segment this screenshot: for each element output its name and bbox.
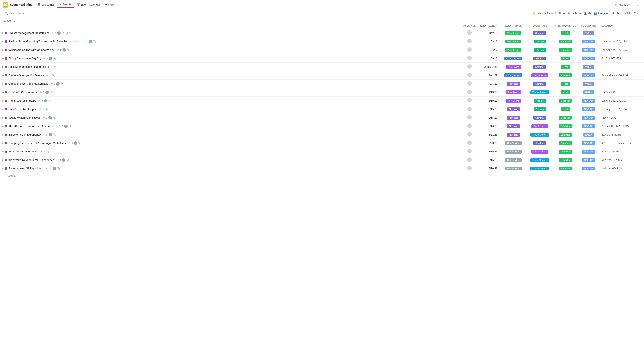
geography-cell[interactable]: NORAM (578, 71, 599, 80)
attendance-cell[interactable]: Exhibitor (552, 147, 578, 156)
table-row[interactable]: ▶ Remote Startups Conference 👁1📎 Dec 29D… (0, 71, 644, 80)
table-row[interactable]: ▶ Integration Masterminds 👁9📎 3/15/23Not… (0, 147, 644, 156)
event-type-cell[interactable]: Seminar (527, 63, 552, 71)
col-assignee[interactable]: ASSIGNEE (461, 23, 478, 29)
expand-button[interactable]: ▶ (2, 150, 4, 153)
event-type-cell[interactable]: Conference (527, 71, 552, 80)
table-row[interactable]: ▶ Basic Affiliate Marketing Techniques f… (0, 37, 644, 46)
assignee-cell[interactable] (461, 122, 478, 131)
geography-cell[interactable]: NORAM (578, 122, 599, 131)
phase-cell[interactable]: Not Started (500, 147, 527, 156)
event-type-cell[interactable]: Seminar (527, 80, 552, 88)
phase-cell[interactable]: During Event (500, 71, 527, 80)
geography-cell[interactable]: NORAM (578, 147, 599, 156)
event-type-cell[interactable]: Trade Show... (527, 88, 552, 97)
phase-cell[interactable]: Planning (500, 80, 527, 88)
expand-button[interactable]: ▶ (2, 125, 4, 127)
phase-cell[interactable]: Not Started (500, 164, 527, 173)
assignee-cell[interactable] (461, 156, 478, 164)
table-row[interactable]: ▶ Barcelona VIP Experience 👁9📎 2/21/23Pl… (0, 131, 644, 139)
geography-cell[interactable]: Virtual (578, 80, 599, 88)
event-type-cell[interactable]: Pop-up (527, 37, 552, 46)
event-type-cell[interactable]: Seminar (527, 54, 552, 63)
attendance-cell[interactable]: Host (552, 63, 578, 71)
geography-cell[interactable]: NORAM (578, 164, 599, 173)
assignee-cell[interactable] (461, 147, 478, 156)
event-type-cell[interactable]: Seminar (527, 139, 552, 147)
attendance-cell[interactable]: Sponsor (552, 46, 578, 54)
attendance-cell[interactable]: Sponsor (552, 37, 578, 46)
assignee-cell[interactable] (461, 97, 478, 105)
expand-button[interactable]: ▶ (2, 83, 4, 85)
share-button[interactable]: ⤢ (635, 2, 642, 7)
expand-button[interactable]: ▶ (2, 74, 4, 76)
assignee-cell[interactable] (461, 139, 478, 147)
expand-button[interactable]: ▶ (2, 32, 4, 34)
assignee-cell[interactable] (461, 46, 478, 54)
attendance-cell[interactable]: Exhibitor (552, 131, 578, 139)
expand-button[interactable]: ▶ (2, 66, 4, 68)
phase-cell[interactable]: Pre-Event (500, 97, 527, 105)
me-button[interactable]: 👤 Me (584, 12, 592, 15)
assignee-cell[interactable] (461, 71, 478, 80)
assignee-cell[interactable] (461, 164, 478, 173)
expand-button[interactable]: ▶ (2, 117, 4, 119)
filter-button[interactable]: ⚡ Filter (533, 12, 542, 15)
assignee-cell[interactable] (461, 54, 478, 63)
tab-event-calendar[interactable]: 📅 Event Calendar (74, 2, 102, 7)
event-type-cell[interactable]: Trade Show... (527, 131, 552, 139)
phase-cell[interactable]: Planning (500, 105, 527, 114)
geography-cell[interactable]: NORAM (578, 114, 599, 122)
col-event-phase[interactable]: EVENT PHASE (500, 23, 527, 29)
table-row[interactable]: ▶ Whale Watching in Hawaii 👁9📎 2/15/23Pl… (0, 114, 644, 122)
expand-button[interactable]: ▶ (2, 159, 4, 161)
col-event-date[interactable]: EVENT DATE ● (478, 23, 500, 29)
table-row[interactable]: ▶ Agile Methodologies Masterclass 👁9 3 d… (0, 63, 644, 71)
attendance-cell[interactable]: Sponsor (552, 114, 578, 122)
assignee-cell[interactable] (461, 114, 478, 122)
phase-cell[interactable]: Post-Event (500, 29, 527, 37)
tab-events[interactable]: ✦ Events (57, 1, 74, 8)
expand-button[interactable]: ▶ (2, 133, 4, 136)
table-row[interactable]: ▶ The Ultimate eCommerce Masterminds 👁8📎… (0, 122, 644, 131)
table-row[interactable]: ▶ Wholesale Selling with Company XYZ 👁2📎… (0, 46, 644, 54)
tab-add-view[interactable]: + View (103, 2, 116, 7)
assignee-cell[interactable] (461, 80, 478, 88)
geography-cell[interactable]: EMEA (578, 131, 599, 139)
event-type-cell[interactable]: Seminar (527, 114, 552, 122)
col-geography[interactable]: GEOGRAPHY (578, 23, 599, 29)
attendance-cell[interactable]: Host (552, 29, 578, 37)
expand-button[interactable]: ▶ (2, 91, 4, 93)
col-event-type[interactable]: EVENT TYPE (527, 23, 552, 29)
assignee-cell[interactable] (461, 63, 478, 71)
assignees-button[interactable]: 👥 Assignees (594, 12, 610, 15)
geography-cell[interactable]: NORAM (578, 54, 599, 63)
tab-welcome[interactable]: 👤 Welcome! (35, 2, 56, 7)
col-location[interactable]: LOCATION (599, 23, 638, 29)
attendance-cell[interactable]: Host (552, 54, 578, 63)
geography-cell[interactable]: Virtual (578, 29, 599, 37)
event-type-cell[interactable]: Pop-up (527, 105, 552, 114)
expand-button[interactable]: ▶ (2, 108, 4, 110)
assignee-cell[interactable] (461, 29, 478, 37)
col-add[interactable]: ＋ (638, 23, 644, 29)
attendance-cell[interactable]: Host (552, 88, 578, 97)
table-row[interactable]: ▶ Build Your Own Empire 👁9📎 2/15/23Plann… (0, 105, 644, 114)
hide-closed-button[interactable]: ✓ HIDE CLO... (624, 12, 642, 15)
event-type-cell[interactable]: Seminar (527, 29, 552, 37)
attendance-cell[interactable]: Exhibitor (552, 156, 578, 164)
assignee-cell[interactable] (461, 105, 478, 114)
phase-cell[interactable]: Planning (500, 114, 527, 122)
automate-button[interactable]: ⚙ Automate ▾ (612, 2, 633, 7)
table-row[interactable]: ▶ Camping Experience at Assateague State… (0, 139, 644, 147)
event-type-cell[interactable]: Conference (527, 122, 552, 131)
event-type-cell[interactable]: Trade Show... (527, 164, 552, 173)
phase-cell[interactable]: Not Started (500, 139, 527, 147)
search-input[interactable]: 🔍 Search tasks... ▾ (2, 11, 36, 16)
geography-cell[interactable]: NORAM (578, 139, 599, 147)
assignee-cell[interactable] (461, 131, 478, 139)
geography-cell[interactable]: EMEA (578, 88, 599, 97)
geography-cell[interactable]: NORAM (578, 105, 599, 114)
attendance-cell[interactable]: Sponsor (552, 97, 578, 105)
phase-cell[interactable]: Planning (500, 131, 527, 139)
